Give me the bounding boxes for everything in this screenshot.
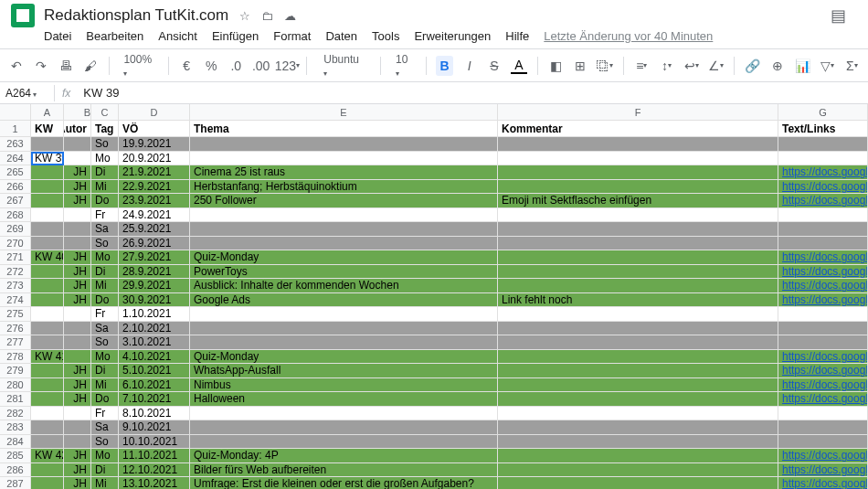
cell[interactable]: [31, 137, 64, 152]
row-header[interactable]: 280: [0, 378, 31, 393]
cell-link[interactable]: https://docs.google.: [782, 265, 868, 278]
cell[interactable]: 4.10.2021: [119, 350, 190, 365]
cell[interactable]: 23.9.2021: [119, 194, 190, 208]
cell[interactable]: [778, 407, 868, 421]
cell[interactable]: [190, 307, 498, 322]
move-icon[interactable]: 🗀: [261, 9, 273, 23]
row-header[interactable]: 284: [0, 435, 31, 450]
cell-link[interactable]: https://docs.google.: [782, 477, 868, 489]
row-header[interactable]: 279: [0, 364, 31, 378]
row-header[interactable]: 268: [0, 208, 31, 223]
cell[interactable]: [778, 137, 868, 152]
cell[interactable]: Fr: [91, 208, 119, 223]
cell[interactable]: 19.9.2021: [119, 137, 190, 152]
cell[interactable]: KW 41: [31, 350, 64, 365]
cell[interactable]: 25.9.2021: [119, 222, 190, 237]
cell[interactable]: https://docs.google.: [778, 350, 868, 365]
cell[interactable]: JH: [64, 364, 91, 378]
cell[interactable]: [778, 435, 868, 450]
menu-format[interactable]: Format: [273, 29, 311, 43]
cell-link[interactable]: https://docs.google.: [782, 194, 868, 207]
formula-input[interactable]: KW 39: [78, 84, 868, 101]
cell[interactable]: 13.10.2021: [119, 477, 190, 489]
row-header[interactable]: 266: [0, 180, 31, 195]
cell[interactable]: https://docs.google.: [778, 250, 868, 265]
row-header[interactable]: 278: [0, 350, 31, 365]
strike-button[interactable]: S: [485, 56, 503, 76]
cell-link[interactable]: https://docs.google.: [782, 392, 868, 405]
name-box[interactable]: A264: [0, 85, 55, 101]
cell[interactable]: [64, 137, 91, 152]
header-cell-B[interactable]: Autor: [64, 121, 91, 137]
borders-button[interactable]: ⊞: [572, 56, 589, 76]
col-header-G[interactable]: G: [778, 104, 868, 121]
cell[interactable]: [498, 435, 778, 450]
cell[interactable]: [498, 152, 778, 166]
cell[interactable]: https://docs.google.: [778, 279, 868, 293]
cell[interactable]: [498, 165, 778, 180]
cell[interactable]: [778, 152, 868, 166]
cell[interactable]: https://docs.google.: [778, 392, 868, 407]
col-header-F[interactable]: F: [498, 104, 778, 121]
row-header[interactable]: 276: [0, 322, 31, 336]
cell[interactable]: [64, 307, 91, 322]
cell[interactable]: [498, 378, 778, 393]
cell[interactable]: JH: [64, 250, 91, 265]
cell[interactable]: JH: [64, 180, 91, 195]
cell[interactable]: So: [91, 237, 119, 251]
cell[interactable]: Di: [91, 165, 119, 180]
cell[interactable]: Quiz-Monday: [190, 350, 498, 365]
cell[interactable]: Fr: [91, 307, 119, 322]
row-header[interactable]: 277: [0, 335, 31, 350]
cell[interactable]: [64, 335, 91, 350]
cell[interactable]: KW 42: [31, 449, 64, 463]
cell[interactable]: [31, 322, 64, 336]
cell[interactable]: [31, 463, 64, 478]
cell[interactable]: 20.9.2021: [119, 152, 190, 166]
cell-link[interactable]: https://docs.google.: [782, 279, 868, 292]
cell[interactable]: Quiz-Monday: [190, 250, 498, 265]
mergecells-button[interactable]: ⿻: [597, 56, 614, 76]
currency-button[interactable]: €: [177, 56, 195, 76]
cell[interactable]: [31, 165, 64, 180]
rotate-button[interactable]: ∠: [707, 56, 725, 76]
row-header[interactable]: 265: [0, 165, 31, 180]
wrap-button[interactable]: ↩: [683, 56, 700, 76]
cell[interactable]: [190, 208, 498, 223]
row-header[interactable]: 263: [0, 137, 31, 152]
cell[interactable]: [190, 137, 498, 152]
cell[interactable]: [498, 279, 778, 293]
cell[interactable]: Di: [91, 463, 119, 478]
cell[interactable]: [64, 350, 91, 365]
cell[interactable]: JH: [64, 477, 91, 489]
row-header[interactable]: 267: [0, 194, 31, 208]
cell[interactable]: [31, 407, 64, 421]
menu-erweiterungen[interactable]: Erweiterungen: [414, 29, 491, 43]
cell[interactable]: 1.10.2021: [119, 307, 190, 322]
cell[interactable]: [778, 322, 868, 336]
textcolor-button[interactable]: A: [510, 56, 527, 76]
cell[interactable]: Halloween: [190, 392, 498, 407]
cell[interactable]: [31, 279, 64, 293]
cloud-icon[interactable]: ☁: [284, 9, 296, 23]
cell[interactable]: Mo: [91, 152, 119, 166]
cell[interactable]: [31, 265, 64, 280]
cell-link[interactable]: https://docs.google.: [782, 180, 868, 193]
cell-link[interactable]: https://docs.google.: [782, 378, 868, 391]
cell[interactable]: [778, 307, 868, 322]
cell[interactable]: Mo: [91, 449, 119, 463]
cell[interactable]: [498, 237, 778, 251]
paintformat-button[interactable]: 🖌: [81, 56, 99, 76]
dec-decrease-button[interactable]: .0: [228, 56, 245, 76]
numberformat-select[interactable]: 123: [277, 56, 297, 76]
cell[interactable]: [498, 222, 778, 237]
cell[interactable]: https://docs.google.: [778, 463, 868, 478]
cell[interactable]: Sa: [91, 322, 119, 336]
col-header-A[interactable]: A: [31, 104, 64, 121]
cell[interactable]: [190, 222, 498, 237]
cell[interactable]: Di: [91, 265, 119, 280]
row-header[interactable]: 287: [0, 477, 31, 489]
cell[interactable]: [64, 435, 91, 450]
star-icon[interactable]: ☆: [239, 9, 250, 23]
cell[interactable]: 10.10.2021: [119, 435, 190, 450]
